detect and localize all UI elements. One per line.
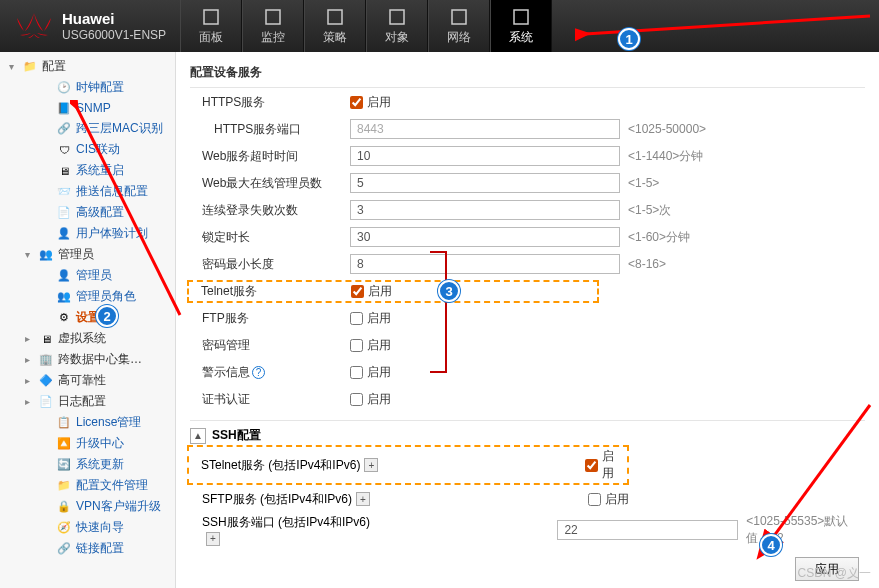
- help-icon[interactable]: ?: [252, 366, 265, 379]
- expand-icon[interactable]: [38, 206, 52, 220]
- expand-icon[interactable]: [38, 101, 52, 115]
- expand-icon[interactable]: ▸: [20, 395, 34, 409]
- tree-item-跨三层MAC识别[interactable]: 🔗跨三层MAC识别: [2, 118, 173, 139]
- stelnet-checkbox[interactable]: 启用: [585, 448, 625, 482]
- sftp-checkbox[interactable]: 启用: [588, 491, 629, 508]
- tree-item-高可靠性[interactable]: ▸🔷高可靠性: [2, 370, 173, 391]
- max-admin-input[interactable]: [350, 173, 620, 193]
- svg-rect-3: [390, 10, 404, 24]
- expand-icon[interactable]: ▾: [20, 248, 34, 262]
- expand-icon[interactable]: [38, 81, 52, 95]
- pwdmgmt-checkbox[interactable]: 启用: [350, 337, 391, 354]
- expand-icon[interactable]: [38, 458, 52, 472]
- tree-icon: 📄: [56, 205, 72, 221]
- expand-icon[interactable]: [38, 500, 52, 514]
- tree-icon: 📁: [22, 59, 38, 75]
- tree-item-VPN客户端升级[interactable]: 🔒VPN客户端升级: [2, 496, 173, 517]
- callout-1: 1: [618, 28, 640, 50]
- web-timeout-input[interactable]: [350, 146, 620, 166]
- cert-checkbox[interactable]: 启用: [350, 391, 391, 408]
- plus-icon[interactable]: +: [364, 458, 378, 472]
- row-stelnet: STelnet服务 (包括IPv4和IPv6)+ 启用: [190, 445, 865, 485]
- logo-text: Huawei USG6000V1-ENSP: [62, 10, 166, 42]
- expand-icon[interactable]: ▸: [20, 353, 34, 367]
- tree-item-升级中心[interactable]: 🔼升级中心: [2, 433, 173, 454]
- tree-item-CIS联动[interactable]: 🛡CIS联动: [2, 139, 173, 160]
- nav-icon: [201, 7, 221, 27]
- tree-icon: ⚙: [56, 310, 72, 326]
- nav-icon: [387, 7, 407, 27]
- expand-icon[interactable]: [38, 521, 52, 535]
- expand-icon[interactable]: [38, 269, 52, 283]
- tree-item-虚拟系统[interactable]: ▸🖥虚拟系统: [2, 328, 173, 349]
- tree-item-配置文件管理[interactable]: 📁配置文件管理: [2, 475, 173, 496]
- tree-item-管理员[interactable]: 👤管理员: [2, 265, 173, 286]
- nav-系统[interactable]: 系统: [490, 0, 552, 52]
- tree-icon: 🔗: [56, 541, 72, 557]
- label: HTTPS服务: [190, 94, 350, 111]
- expand-icon[interactable]: [38, 185, 52, 199]
- tree-item-高级配置[interactable]: 📄高级配置: [2, 202, 173, 223]
- nav-网络[interactable]: 网络: [428, 0, 490, 52]
- nav-对象[interactable]: 对象: [366, 0, 428, 52]
- nav-策略[interactable]: 策略: [304, 0, 366, 52]
- svg-rect-1: [266, 10, 280, 24]
- tree-item-推送信息配置[interactable]: 📨推送信息配置: [2, 181, 173, 202]
- tree-item-配置[interactable]: ▾📁配置: [2, 56, 173, 77]
- tree-icon: 📨: [56, 184, 72, 200]
- tree-item-快速向导[interactable]: 🧭快速向导: [2, 517, 173, 538]
- expand-icon[interactable]: [38, 416, 52, 430]
- callout-4: 4: [760, 534, 782, 556]
- ssh-section-header[interactable]: ▲ SSH配置: [190, 420, 865, 444]
- label: HTTPS服务端口: [190, 121, 350, 138]
- tree-item-日志配置[interactable]: ▸📄日志配置: [2, 391, 173, 412]
- nav-icon: [325, 7, 345, 27]
- tree-icon: 📘: [56, 100, 72, 116]
- ssh-port-input[interactable]: [557, 520, 738, 540]
- expand-icon[interactable]: [38, 437, 52, 451]
- lock-input[interactable]: [350, 227, 620, 247]
- expand-icon[interactable]: [38, 479, 52, 493]
- tree-icon: 👤: [56, 268, 72, 284]
- expand-icon[interactable]: [38, 122, 52, 136]
- tree-item-SNMP[interactable]: 📘SNMP: [2, 98, 173, 118]
- login-fail-input[interactable]: [350, 200, 620, 220]
- tree-item-设置[interactable]: ⚙设置: [2, 307, 173, 328]
- nav-icon: [511, 7, 531, 27]
- tree-item-系统重启[interactable]: 🖥系统重启: [2, 160, 173, 181]
- sidebar: ▾📁配置🕑时钟配置📘SNMP🔗跨三层MAC识别🛡CIS联动🖥系统重启📨推送信息配…: [0, 52, 176, 588]
- tree-item-系统更新[interactable]: 🔄系统更新: [2, 454, 173, 475]
- telnet-checkbox[interactable]: 启用: [351, 283, 392, 300]
- tree-item-License管理[interactable]: 📋License管理: [2, 412, 173, 433]
- tree-item-管理员[interactable]: ▾👥管理员: [2, 244, 173, 265]
- plus-icon[interactable]: +: [206, 532, 220, 546]
- nav-监控[interactable]: 监控: [242, 0, 304, 52]
- https-checkbox[interactable]: 启用: [350, 94, 391, 111]
- expand-icon[interactable]: [38, 290, 52, 304]
- tree-icon: 🏢: [38, 352, 54, 368]
- tree-item-时钟配置[interactable]: 🕑时钟配置: [2, 77, 173, 98]
- expand-icon[interactable]: [38, 542, 52, 556]
- tree-item-链接配置[interactable]: 🔗链接配置: [2, 538, 173, 559]
- expand-icon[interactable]: [38, 143, 52, 157]
- main-area: ▾📁配置🕑时钟配置📘SNMP🔗跨三层MAC识别🛡CIS联动🖥系统重启📨推送信息配…: [0, 52, 879, 588]
- expand-icon[interactable]: [38, 164, 52, 178]
- pwdlen-input[interactable]: [350, 254, 620, 274]
- tree-item-用户体验计划[interactable]: 👤用户体验计划: [2, 223, 173, 244]
- row-https: HTTPS服务 启用: [190, 89, 865, 115]
- plus-icon[interactable]: +: [356, 492, 370, 506]
- expand-icon[interactable]: ▾: [4, 60, 18, 74]
- ftp-checkbox[interactable]: 启用: [350, 310, 391, 327]
- expand-icon[interactable]: [38, 311, 52, 325]
- expand-icon[interactable]: ▸: [20, 332, 34, 346]
- expand-icon[interactable]: [38, 227, 52, 241]
- tree-icon: 👥: [56, 289, 72, 305]
- expand-icon[interactable]: ▸: [20, 374, 34, 388]
- warn-checkbox[interactable]: 启用: [350, 364, 391, 381]
- tree-item-跨数据中心集…[interactable]: ▸🏢跨数据中心集…: [2, 349, 173, 370]
- tree-icon: 📄: [38, 394, 54, 410]
- nav-面板[interactable]: 面板: [180, 0, 242, 52]
- tree-item-管理员角色[interactable]: 👥管理员角色: [2, 286, 173, 307]
- https-port-input[interactable]: [350, 119, 620, 139]
- collapse-icon[interactable]: ▲: [190, 428, 206, 444]
